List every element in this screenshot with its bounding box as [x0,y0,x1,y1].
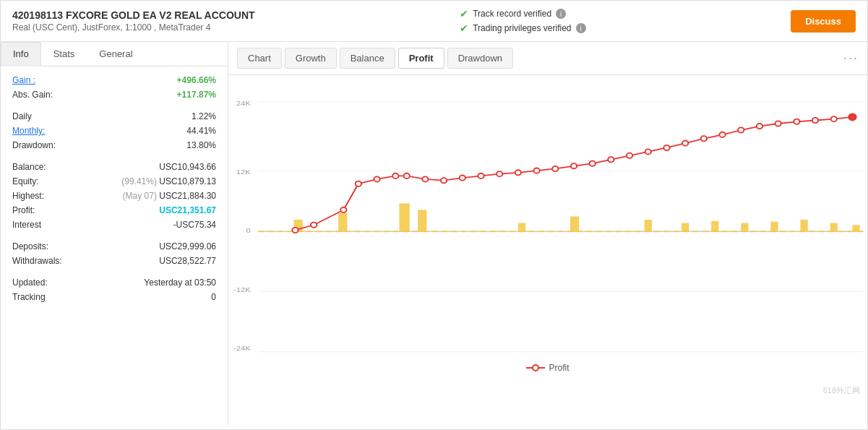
dot-27 [775,121,781,126]
bar-7 [645,220,652,231]
y-label-neg24k: -24K [233,344,251,352]
dot-7 [404,173,410,179]
bar-6 [570,216,579,231]
chart-tab-growth[interactable]: Growth [285,48,337,69]
check-icon-2: ✔ [460,22,468,34]
dot-2 [311,223,317,228]
y-label-24k: 24K [236,98,251,106]
tracking-row: Tracking 0 [12,292,216,302]
dot-17 [590,161,596,166]
header: 420198113 FXCORE GOLD EA V2 REAL ACCOUNT… [1,1,867,42]
bar-5 [518,223,525,232]
bar-11 [770,222,778,232]
dot-6 [392,173,398,179]
legend-label: Profit [549,363,569,373]
tab-stats[interactable]: Stats [41,42,87,66]
main-content: Info Stats General Gain : +496.66% Abs. … [1,42,867,425]
daily-value: 1.22% [192,111,216,121]
more-options-icon[interactable]: ··· [843,51,859,66]
abs-gain-value: +117.87% [177,90,216,100]
bar-3 [399,203,409,231]
dot-26 [757,124,762,129]
header-left: 420198113 FXCORE GOLD EA V2 REAL ACCOUNT… [12,9,255,33]
chart-tab-profit[interactable]: Profit [398,48,444,69]
chart-area: 24K 12K 0 -12K -24K [228,75,867,425]
tab-info[interactable]: Info [1,42,41,66]
dot-24 [719,132,725,137]
dot-9 [441,178,447,183]
chart-legend: Profit [228,357,867,379]
dot-12 [497,171,502,176]
dot-5 [374,176,379,181]
updated-row: Updated: Yesterday at 03:50 [12,278,216,288]
drawdown-label: Drawdown: [12,140,56,150]
track-record-info-icon[interactable]: i [556,9,566,19]
chart-tab-chart[interactable]: Chart [237,48,282,69]
trading-privileges-verify: ✔ Trading privileges verified i [460,22,585,34]
interest-row: Interest -USC75.34 [12,220,216,230]
dot-23 [701,136,707,141]
equity-label: Equity: [12,176,39,186]
withdrawals-label: Withdrawals: [12,256,62,266]
dot-29 [812,118,818,123]
monthly-row: Monthly: 44.41% [12,126,216,136]
dot-4 [356,181,361,186]
tab-general[interactable]: General [87,42,145,66]
balance-value: USC10,943.66 [159,162,216,172]
updated-value: Yesterday at 03:50 [144,278,216,288]
svg-point-7 [533,365,538,371]
bar-14 [852,225,859,231]
chart-tab-drawdown[interactable]: Drawdown [447,48,513,69]
right-panel: Chart Growth Balance Profit Drawdown ···… [228,42,867,425]
chart-tabs: Chart Growth Balance Profit Drawdown ··· [228,42,867,75]
dot-3 [340,207,346,212]
dot-22 [682,141,688,146]
y-label-0: 0 [246,226,251,234]
dot-8 [422,176,428,181]
deposits-value: USC29,999.06 [159,241,216,251]
balance-row: Balance: USC10,943.66 [12,162,216,172]
dot-16 [571,163,577,168]
profit-value: USC21,351.67 [159,205,216,215]
bar-13 [830,223,838,232]
monthly-value: 44.41% [186,126,216,136]
balance-label: Balance: [12,162,46,172]
dot-14 [533,168,539,173]
drawdown-value: 13.80% [186,140,216,150]
profit-line [296,117,853,231]
tracking-label: Tracking [12,292,46,302]
dot-15 [552,166,558,171]
bar-12 [800,220,807,231]
gain-label[interactable]: Gain : [12,75,35,85]
dot-10 [460,175,465,180]
bar-2 [338,213,347,231]
abs-gain-row: Abs. Gain: +117.87% [12,90,216,100]
bar-10 [741,223,748,232]
track-record-verify: ✔ Track record verified i [460,8,585,20]
drawdown-row: Drawdown: 13.80% [12,140,216,150]
bar-4 [418,210,426,231]
highest-row: Highest: (May 07) USC21,884.30 [12,191,216,201]
equity-value: (99.41%) USC10,879.13 [121,176,216,186]
legend-line-icon [526,364,545,372]
abs-gain-label: Abs. Gain: [12,90,53,100]
daily-label: Daily [12,111,32,121]
dot-21 [663,145,669,150]
dot-30 [831,116,837,121]
info-content: Gain : +496.66% Abs. Gain: +117.87% Dail… [1,66,228,425]
gain-row: Gain : +496.66% [12,75,216,85]
withdrawals-row: Withdrawals: USC28,522.77 [12,256,216,266]
discuss-button[interactable]: Discuss [791,10,856,33]
check-icon-1: ✔ [460,8,468,20]
equity-row: Equity: (99.41%) USC10,879.13 [12,176,216,186]
dot-1 [292,228,298,233]
deposits-row: Deposits: USC29,999.06 [12,241,216,251]
deposits-label: Deposits: [12,241,48,251]
trading-privileges-info-icon[interactable]: i [576,23,586,33]
bar-8 [682,223,689,232]
monthly-label[interactable]: Monthly: [12,126,45,136]
daily-row: Daily 1.22% [12,111,216,121]
highest-label: Highest: [12,191,44,201]
dot-28 [794,119,799,124]
chart-tab-balance[interactable]: Balance [340,48,395,69]
